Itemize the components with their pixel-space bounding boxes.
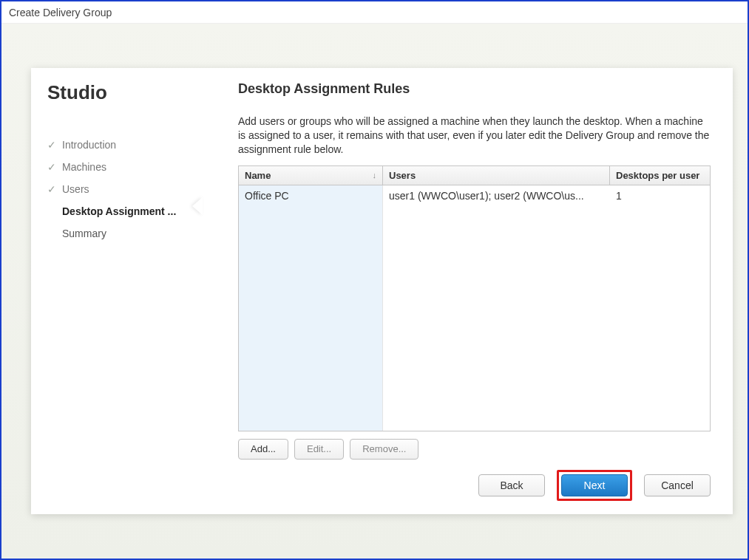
next-highlight: Next bbox=[557, 470, 632, 501]
page-title: Desktop Assignment Rules bbox=[238, 81, 711, 97]
step-users[interactable]: ✓ Users bbox=[44, 178, 201, 200]
next-button[interactable]: Next bbox=[561, 474, 628, 496]
step-summary[interactable]: Summary bbox=[44, 222, 201, 245]
step-desktop-assignment[interactable]: Desktop Assignment ... bbox=[44, 200, 201, 222]
active-step-pointer-icon bbox=[192, 197, 203, 215]
table-row[interactable]: Office PC user1 (WWCO\user1); user2 (WWC… bbox=[239, 185, 710, 431]
table-body: Office PC user1 (WWCO\user1); user2 (WWC… bbox=[239, 185, 710, 431]
cell-name: Office PC bbox=[239, 185, 383, 431]
wizard-workspace: Studio ✓ Introduction ✓ Machines ✓ Users… bbox=[1, 24, 748, 559]
cell-desktops-per-user: 1 bbox=[610, 185, 710, 431]
cancel-button[interactable]: Cancel bbox=[644, 474, 711, 496]
step-label: Desktop Assignment ... bbox=[62, 205, 176, 217]
step-label: Machines bbox=[62, 161, 106, 173]
step-introduction[interactable]: ✓ Introduction bbox=[44, 134, 201, 156]
window-title: Create Delivery Group bbox=[1, 1, 748, 24]
sort-down-icon: ↓ bbox=[373, 171, 377, 180]
wizard-content: Desktop Assignment Rules Add users or gr… bbox=[216, 68, 733, 514]
remove-button[interactable]: Remove... bbox=[350, 439, 418, 460]
add-button[interactable]: Add... bbox=[238, 439, 288, 460]
column-header-users[interactable]: Users bbox=[383, 166, 610, 185]
wizard-nav-buttons: Back Next Cancel bbox=[478, 470, 711, 501]
table-header: Name ↓ Users Desktops per user bbox=[239, 166, 710, 185]
step-machines[interactable]: ✓ Machines bbox=[44, 156, 201, 178]
page-description: Add users or groups who will be assigned… bbox=[238, 115, 711, 157]
step-label: Summary bbox=[62, 228, 106, 239]
column-label: Name bbox=[245, 170, 271, 181]
app-name: Studio bbox=[47, 81, 201, 104]
column-header-name[interactable]: Name ↓ bbox=[239, 166, 383, 185]
check-icon: ✓ bbox=[47, 161, 59, 173]
column-header-desktops-per-user[interactable]: Desktops per user bbox=[610, 166, 710, 185]
step-label: Users bbox=[62, 183, 89, 195]
column-label: Users bbox=[389, 170, 416, 181]
column-label: Desktops per user bbox=[616, 170, 699, 181]
table-action-buttons: Add... Edit... Remove... bbox=[238, 439, 711, 460]
wizard-panel: Studio ✓ Introduction ✓ Machines ✓ Users… bbox=[31, 68, 733, 514]
assignment-rules-table: Name ↓ Users Desktops per user Office PC… bbox=[238, 165, 711, 431]
wizard-steps: ✓ Introduction ✓ Machines ✓ Users Deskto… bbox=[44, 134, 201, 245]
back-button[interactable]: Back bbox=[478, 474, 545, 496]
cell-users: user1 (WWCO\user1); user2 (WWCO\us... bbox=[383, 185, 610, 431]
wizard-sidebar: Studio ✓ Introduction ✓ Machines ✓ Users… bbox=[31, 68, 201, 514]
check-icon: ✓ bbox=[47, 139, 59, 151]
check-icon: ✓ bbox=[47, 183, 59, 195]
edit-button[interactable]: Edit... bbox=[294, 439, 344, 460]
step-label: Introduction bbox=[62, 139, 116, 151]
